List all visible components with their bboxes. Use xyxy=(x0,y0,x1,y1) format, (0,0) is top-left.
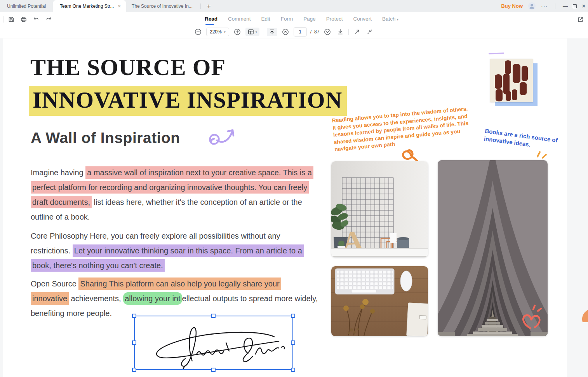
menu-read[interactable]: Read xyxy=(205,15,217,23)
divider xyxy=(348,29,349,35)
section-heading: A Wall of Inspiration xyxy=(31,129,180,147)
pdf-page: THE SOURCE OF INNOVATIVE INSPIRATION A W… xyxy=(3,38,567,377)
purple-arrow-doodle[interactable] xyxy=(207,122,241,150)
document-title-line2-highlighted[interactable]: INNOVATIVE INSPIRATION xyxy=(29,86,347,116)
text-run: achievements, xyxy=(69,294,123,303)
zoom-out-icon[interactable] xyxy=(193,28,203,36)
chevron-down-icon: ▾ xyxy=(224,30,226,34)
orange-tick-doodle[interactable] xyxy=(535,150,548,159)
green-scribble-highlight[interactable]: allowing your int xyxy=(123,292,182,305)
buy-now-button[interactable]: Buy Now xyxy=(501,3,523,9)
signature-selection-box[interactable] xyxy=(134,316,293,370)
blue-handwritten-note[interactable]: Books are a rich source of innovative id… xyxy=(484,127,558,152)
zoom-level-value: 220% xyxy=(210,29,222,35)
download-icon[interactable] xyxy=(336,28,345,36)
tab-team-one-marketing[interactable]: Team One Marketing Str... × xyxy=(53,0,126,12)
share-icon[interactable] xyxy=(576,15,585,24)
tab-source-of-innovative[interactable]: The Source of Innovative In... xyxy=(126,3,198,9)
save-button[interactable] xyxy=(7,15,16,24)
menu-batch[interactable]: Batch▾ xyxy=(382,15,398,23)
text-run: Open Source xyxy=(31,279,78,288)
divider xyxy=(555,3,555,9)
resize-handle-bottom-right[interactable] xyxy=(291,368,295,372)
toolbar: Read Comment Edit Form Page Protect Conv… xyxy=(0,12,588,38)
paragraph-1: Imagine having a massive wall of inspira… xyxy=(31,165,318,224)
page-layout-button[interactable]: ▾ xyxy=(245,28,259,36)
resize-handle-middle-left[interactable] xyxy=(132,340,136,345)
tab-label: Team One Marketing Str... xyxy=(60,3,114,9)
text-run: Imagine having xyxy=(31,168,85,177)
close-window-button[interactable]: × xyxy=(582,2,586,10)
resize-handle-top-left[interactable] xyxy=(132,314,136,318)
fullscreen-collapse-icon[interactable] xyxy=(365,28,374,36)
signature-image[interactable] xyxy=(135,316,292,369)
print-button[interactable] xyxy=(19,15,28,24)
fullscreen-expand-icon[interactable] xyxy=(352,28,362,36)
page-total-value: 87 xyxy=(314,29,319,35)
resize-handle-middle-right[interactable] xyxy=(291,340,295,345)
window-controls-group: Buy Now ··· — × xyxy=(501,0,586,12)
abstract-art-image[interactable] xyxy=(490,59,533,102)
avatar[interactable] xyxy=(528,2,536,10)
previous-page-icon[interactable] xyxy=(281,28,290,36)
divider xyxy=(3,16,3,23)
menu-comment[interactable]: Comment xyxy=(228,15,251,23)
chevron-down-icon: ▾ xyxy=(397,17,398,21)
tab-bar: Unlimited Potential Team One Marketing S… xyxy=(0,0,588,12)
view-controls: 220% ▾ ▾ / 87 xyxy=(193,26,374,37)
chevron-down-icon: ▾ xyxy=(256,30,257,34)
more-menu-button[interactable]: ··· xyxy=(541,3,548,9)
tab-unlimited-potential[interactable]: Unlimited Potential xyxy=(0,3,53,9)
document-title-line1: THE SOURCE OF xyxy=(30,54,226,81)
resize-handle-bottom-left[interactable] xyxy=(132,368,136,372)
divider xyxy=(263,29,263,35)
paragraph-2: Core Philosophy Here, you can freely exp… xyxy=(31,229,318,273)
menu-page[interactable]: Page xyxy=(303,15,316,23)
next-page-icon[interactable] xyxy=(323,28,332,36)
zoom-in-icon[interactable] xyxy=(233,28,242,36)
page-count: / 87 xyxy=(310,29,320,35)
minimize-button[interactable]: — xyxy=(563,3,568,9)
lavender-mark xyxy=(489,52,504,54)
architecture-arches-photo[interactable] xyxy=(438,160,548,336)
pdf-editor-window: Unlimited Potential Team One Marketing S… xyxy=(0,0,588,377)
page-number-input[interactable] xyxy=(294,27,307,37)
menu-bar: Read Comment Edit Form Page Protect Conv… xyxy=(205,15,398,23)
redo-icon[interactable] xyxy=(44,15,53,24)
close-tab-icon[interactable]: × xyxy=(118,3,121,9)
orange-handwritten-note[interactable]: Reading allows you to tap into the wisdo… xyxy=(332,106,463,153)
resize-handle-bottom-middle[interactable] xyxy=(211,368,216,372)
keyboard-desk-photo[interactable] xyxy=(331,266,428,336)
paragraph-3: Open Source Sharing This platform can al… xyxy=(31,276,318,321)
menu-form[interactable]: Form xyxy=(281,15,293,23)
tab-divider xyxy=(200,3,201,9)
quick-actions-group xyxy=(3,15,53,24)
menu-protect[interactable]: Protect xyxy=(326,15,343,23)
undo-icon[interactable] xyxy=(31,15,41,24)
moodboard-photo[interactable]: A xyxy=(331,161,428,257)
orange-edge-doodle xyxy=(581,309,588,323)
page-separator: / xyxy=(310,29,311,35)
scroll-to-top-button[interactable] xyxy=(267,28,277,36)
maximize-button[interactable] xyxy=(573,4,577,8)
menu-edit[interactable]: Edit xyxy=(261,15,270,23)
zoom-level-select[interactable]: 220% ▾ xyxy=(206,28,229,36)
menu-convert[interactable]: Convert xyxy=(353,15,372,23)
resize-handle-top-right[interactable] xyxy=(291,314,295,318)
resize-handle-top-middle[interactable] xyxy=(211,314,216,318)
new-tab-button[interactable]: + xyxy=(203,2,215,10)
